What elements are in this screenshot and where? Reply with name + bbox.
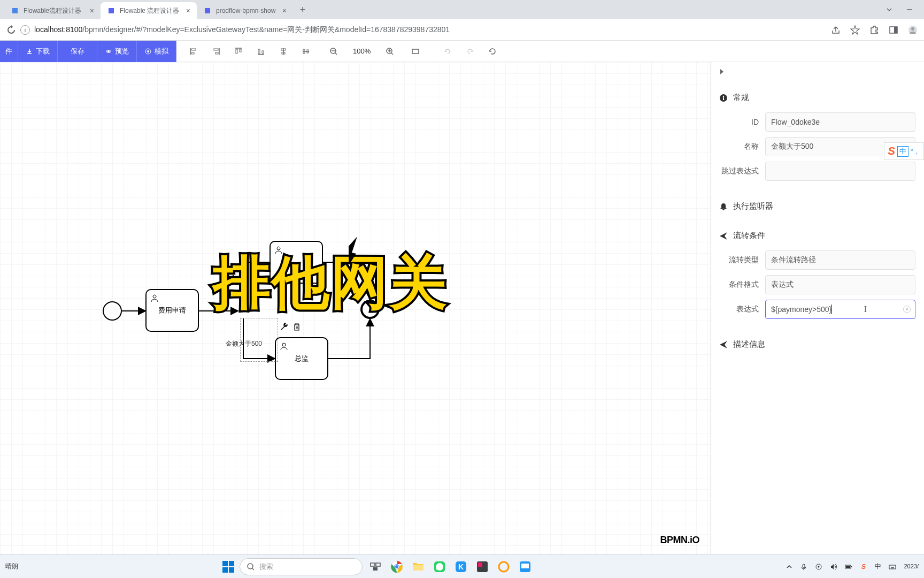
svg-line-49 [252, 568, 254, 570]
section-general[interactable]: 常规 [719, 88, 915, 107]
svg-point-39 [282, 343, 286, 346]
prop-expr-input[interactable]: ${paymoney>500} I × [765, 300, 915, 319]
bpmn-user-task[interactable]: 总监 [275, 337, 328, 380]
svg-point-69 [818, 566, 820, 567]
file-button[interactable]: 件 [0, 41, 18, 62]
trash-icon[interactable] [292, 322, 302, 332]
tray-keyboard-icon[interactable] [889, 563, 896, 571]
browser-tab[interactable]: Flowable流程设计器 × [4, 2, 101, 19]
save-button[interactable]: 保存 [58, 41, 97, 62]
svg-rect-50 [371, 563, 375, 566]
site-info-icon[interactable]: i [20, 25, 30, 35]
new-tab-button[interactable]: + [295, 2, 310, 17]
tray-location-icon[interactable] [815, 563, 822, 571]
profile-icon[interactable] [908, 25, 918, 35]
bpmn-user-task[interactable]: 费用申请 [145, 289, 199, 332]
svg-rect-58 [413, 565, 424, 571]
section-listeners[interactable]: 执行监听器 [719, 197, 915, 216]
svg-point-10 [147, 50, 149, 52]
browser-tab[interactable]: prodflow-bpmn-show × [197, 2, 293, 19]
tray-lang[interactable]: 中 [875, 562, 881, 571]
zoom-out-button[interactable] [323, 41, 344, 62]
tab-close-icon[interactable]: × [282, 6, 287, 15]
share-icon[interactable] [831, 25, 841, 35]
taskbar-app-k[interactable]: K [452, 558, 469, 575]
send-icon [719, 232, 728, 240]
browser-tab-bar: Flowable流程设计器 × Flowable 流程设计器 × prodflo… [0, 0, 924, 19]
taskbar-app-whatsapp[interactable] [431, 558, 448, 575]
svg-rect-44 [222, 561, 228, 566]
search-icon [247, 562, 255, 571]
text-cursor [831, 305, 832, 314]
ime-indicator[interactable]: S 中 °， [884, 142, 924, 160]
clear-icon[interactable]: × [903, 306, 911, 313]
taskbar-search[interactable]: 搜索 [240, 558, 363, 575]
svg-rect-16 [215, 52, 218, 54]
download-button[interactable]: 下载 [18, 41, 58, 62]
align-top-button[interactable] [228, 41, 249, 62]
bpmn-canvas[interactable]: 费用申请 总监 金额大于500 [0, 62, 710, 554]
prop-skipexpr-input[interactable] [765, 162, 915, 181]
tray-chevron-icon[interactable] [786, 564, 792, 570]
prop-flowtype-input[interactable]: 条件流转路径 [765, 250, 915, 270]
zoom-in-button[interactable] [379, 41, 401, 62]
preview-button[interactable]: 预览 [97, 41, 137, 62]
zoom-fit-button[interactable] [405, 41, 426, 62]
start-button[interactable] [221, 560, 235, 574]
svg-rect-74 [889, 565, 896, 569]
tray-mic-icon[interactable] [800, 563, 807, 571]
prop-flowtype-label: 流转类型 [719, 255, 765, 265]
align-right-button[interactable] [205, 41, 227, 62]
reload-icon[interactable] [6, 25, 16, 35]
align-vcenter-button[interactable] [295, 41, 317, 62]
svg-rect-52 [373, 567, 378, 571]
tray-datetime[interactable]: 2023/ [904, 562, 919, 570]
tab-close-icon[interactable]: × [90, 6, 94, 15]
bpmn-io-logo: BPMN.iO [660, 535, 699, 546]
svg-rect-2 [205, 8, 210, 13]
panel-toggle[interactable] [711, 62, 924, 83]
align-bottom-button[interactable] [250, 41, 272, 62]
extensions-icon[interactable] [869, 25, 879, 35]
taskbar-app-chrome[interactable] [388, 558, 405, 575]
svg-rect-13 [191, 52, 194, 54]
taskbar-app-explorer[interactable] [410, 558, 427, 575]
tray-volume-icon[interactable] [830, 563, 837, 571]
redo-button[interactable] [459, 41, 481, 62]
minimize-icon[interactable] [906, 6, 913, 13]
sidepanel-icon[interactable] [889, 25, 898, 35]
dropdown-icon[interactable] [886, 6, 893, 13]
align-left-button[interactable] [183, 41, 204, 62]
refresh-button[interactable] [482, 41, 503, 62]
svg-text:S: S [861, 563, 866, 571]
taskbar-app-display[interactable] [517, 558, 534, 575]
svg-point-57 [395, 565, 398, 568]
bpmn-start-event[interactable] [103, 301, 122, 321]
tray-battery-icon[interactable] [845, 563, 852, 571]
prop-id-input[interactable]: Flow_0doke3e [765, 112, 915, 132]
taskbar-app-ring[interactable] [495, 558, 512, 575]
bookmark-star-icon[interactable] [850, 25, 860, 35]
svg-rect-5 [894, 27, 897, 33]
svg-point-37 [153, 295, 156, 298]
tray-sogou-icon[interactable]: S [860, 563, 867, 571]
wrench-icon[interactable] [280, 322, 290, 332]
taskbar-app-taskview[interactable] [367, 558, 384, 575]
section-condition[interactable]: 流转条件 [719, 226, 915, 245]
taskbar-app-ide[interactable] [474, 558, 491, 575]
undo-button[interactable] [437, 41, 458, 62]
section-description[interactable]: 描述信息 [719, 335, 915, 354]
prop-condformat-input[interactable]: 表达式 [765, 275, 915, 294]
browser-tab-active[interactable]: Flowable 流程设计器 × [101, 2, 197, 19]
url-text[interactable]: localhost:8100/bpmn/designer/#/?modelKey… [34, 25, 827, 35]
ime-lang: 中 [897, 146, 908, 157]
flow-label: 金额大于500 [226, 339, 262, 348]
url-path: /bpmn/designer/#/?modelKey=ExclusiveGate… [82, 25, 450, 34]
simulate-button[interactable]: 模拟 [137, 41, 176, 62]
send-icon [719, 340, 728, 349]
align-hcenter-button[interactable] [273, 41, 294, 62]
tab-close-icon[interactable]: × [186, 6, 190, 15]
ime-punct-icon: °， [911, 147, 920, 156]
weather-widget[interactable]: 晴朗 [5, 562, 18, 571]
tab-title: prodflow-bpmn-show [216, 7, 275, 14]
